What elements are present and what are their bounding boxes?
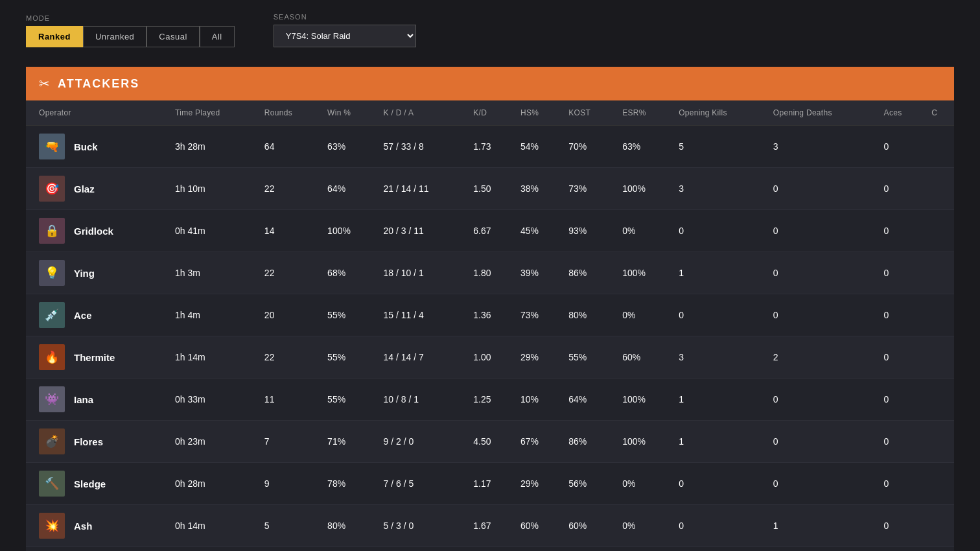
cell-kda: 57 / 33 / 8 [377, 126, 467, 168]
cell-c [925, 547, 954, 552]
cell-kda: 4 / 2 / 0 [377, 547, 467, 552]
cell-kost: 55% [562, 336, 616, 379]
cell-kda: 18 / 10 / 1 [377, 252, 467, 294]
cell-aces: 0 [878, 336, 926, 379]
table-row[interactable]: 🌟 Nomad 0h 17m450%4 / 2 / 02.0025%50%0%0… [26, 547, 954, 552]
table-row[interactable]: 👾 Iana 0h 33m1155%10 / 8 / 11.2510%64%10… [26, 379, 954, 421]
cell-kda: 14 / 14 / 7 [377, 336, 467, 379]
table-row[interactable]: 🎯 Glaz 1h 10m2264%21 / 14 / 111.5038%73%… [26, 168, 954, 210]
cell-kd: 1.67 [467, 505, 514, 547]
cell-rounds: 9 [258, 463, 321, 505]
cell-kd: 1.17 [467, 463, 514, 505]
cell-ok: 1 [672, 379, 767, 421]
mode-casual-button[interactable]: Casual [146, 26, 199, 47]
cell-kost: 60% [562, 505, 616, 547]
table-row[interactable]: 🔥 Thermite 1h 14m2255%14 / 14 / 71.0029%… [26, 336, 954, 379]
col-kost: KOST [562, 100, 616, 126]
cell-kd: 1.73 [467, 126, 514, 168]
cell-rounds: 5 [258, 505, 321, 547]
col-rounds: Rounds [258, 100, 321, 126]
operator-name: Thermite [74, 352, 115, 363]
cell-time: 1h 3m [169, 252, 258, 294]
cell-hs: 10% [514, 379, 562, 421]
attackers-icon: ✂ [39, 76, 50, 91]
mode-section: MODE Ranked Unranked Casual All [26, 14, 235, 47]
cell-od: 0 [767, 252, 878, 294]
season-section: SEASON Y7S4: Solar Raid Y7S3: Brutal Swa… [274, 13, 416, 47]
cell-win: 50% [321, 547, 377, 552]
cell-win: 55% [321, 294, 377, 336]
table-row[interactable]: 💡 Ying 1h 3m2268%18 / 10 / 11.8039%86%10… [26, 252, 954, 294]
cell-od: 0 [767, 294, 878, 336]
table-row[interactable]: 💣 Flores 0h 23m771%9 / 2 / 04.5067%86%10… [26, 421, 954, 463]
cell-esr: 0% [616, 463, 672, 505]
cell-kd: 1.80 [467, 252, 514, 294]
operators-table-container: Operator Time Played Rounds Win % K / D … [26, 100, 954, 551]
cell-od: 0 [767, 421, 878, 463]
cell-kd: 4.50 [467, 421, 514, 463]
cell-kd: 2.00 [467, 547, 514, 552]
cell-kost: 50% [562, 547, 616, 552]
cell-time: 0h 14m [169, 505, 258, 547]
cell-win: 55% [321, 336, 377, 379]
col-win: Win % [321, 100, 377, 126]
cell-win: 100% [321, 210, 377, 252]
operator-cell: 🔒 Gridlock [26, 210, 169, 252]
cell-esr: 0% [616, 505, 672, 547]
cell-time: 0h 28m [169, 463, 258, 505]
operator-icon: 💣 [39, 428, 65, 454]
cell-esr: 63% [616, 126, 672, 168]
cell-esr: 0% [616, 294, 672, 336]
col-aces: Aces [878, 100, 926, 126]
operator-cell: 🔨 Sledge [26, 463, 169, 505]
mode-all-button[interactable]: All [200, 26, 235, 47]
cell-od: 2 [767, 336, 878, 379]
attackers-header: ✂ ATTACKERS [26, 67, 954, 100]
operator-name: Glaz [74, 183, 95, 194]
cell-hs: 25% [514, 547, 562, 552]
table-row[interactable]: 🔨 Sledge 0h 28m978%7 / 6 / 51.1729%56%0%… [26, 463, 954, 505]
cell-aces: 0 [878, 210, 926, 252]
cell-rounds: 11 [258, 379, 321, 421]
table-row[interactable]: 💥 Ash 0h 14m580%5 / 3 / 01.6760%60%0%010 [26, 505, 954, 547]
cell-od: 1 [767, 505, 878, 547]
table-row[interactable]: 🔒 Gridlock 0h 41m14100%20 / 3 / 116.6745… [26, 210, 954, 252]
cell-kd: 1.00 [467, 336, 514, 379]
cell-aces: 0 [878, 547, 926, 552]
cell-esr: 60% [616, 336, 672, 379]
col-time-played: Time Played [169, 100, 258, 126]
cell-kda: 9 / 2 / 0 [377, 421, 467, 463]
cell-hs: 54% [514, 126, 562, 168]
cell-kda: 20 / 3 / 11 [377, 210, 467, 252]
cell-ok: 3 [672, 336, 767, 379]
operator-name: Ying [74, 268, 95, 279]
cell-ok: 1 [672, 421, 767, 463]
table-row[interactable]: 💉 Ace 1h 4m2055%15 / 11 / 41.3673%80%0%0… [26, 294, 954, 336]
col-esr: ESR% [616, 100, 672, 126]
cell-time: 0h 41m [169, 210, 258, 252]
cell-win: 68% [321, 252, 377, 294]
cell-c [925, 168, 954, 210]
cell-kd: 6.67 [467, 210, 514, 252]
cell-win: 80% [321, 505, 377, 547]
cell-kost: 73% [562, 168, 616, 210]
cell-hs: 29% [514, 463, 562, 505]
season-select[interactable]: Y7S4: Solar Raid Y7S3: Brutal Swarm Y7S2… [274, 25, 416, 47]
cell-kost: 80% [562, 294, 616, 336]
cell-time: 0h 17m [169, 547, 258, 552]
attackers-title: ATTACKERS [58, 77, 139, 91]
cell-win: 55% [321, 379, 377, 421]
cell-ok: 0 [672, 547, 767, 552]
operator-cell: 💣 Flores [26, 421, 169, 463]
cell-kd: 1.50 [467, 168, 514, 210]
operator-cell: 💉 Ace [26, 294, 169, 336]
cell-hs: 45% [514, 210, 562, 252]
cell-kda: 10 / 8 / 1 [377, 379, 467, 421]
cell-time: 1h 4m [169, 294, 258, 336]
operator-name: Ash [74, 521, 92, 532]
table-row[interactable]: 🔫 Buck 3h 28m6463%57 / 33 / 81.7354%70%6… [26, 126, 954, 168]
mode-ranked-button[interactable]: Ranked [26, 26, 83, 47]
cell-esr: 100% [616, 421, 672, 463]
cell-kost: 70% [562, 126, 616, 168]
mode-unranked-button[interactable]: Unranked [83, 26, 146, 47]
